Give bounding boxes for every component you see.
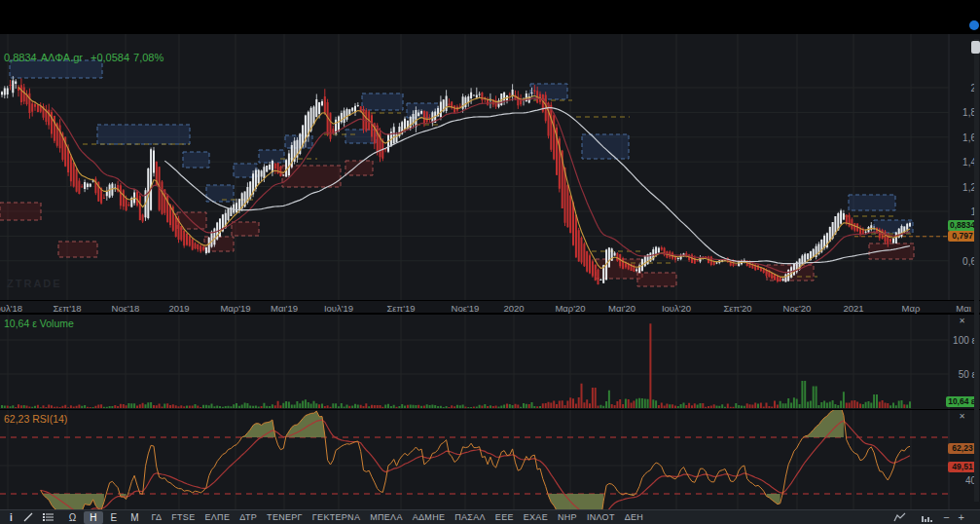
watchlist-icon[interactable]	[40, 511, 57, 524]
time-tick-label: Σεπ'20	[723, 303, 751, 314]
quote-change: +0,0584	[91, 52, 129, 63]
platform-watermark: ZTRADE	[7, 278, 62, 289]
timeframe-group: ΩΗΕΜ	[63, 511, 145, 524]
ticker-button[interactable]: ΔΕΗ	[620, 511, 648, 523]
rsi-panel: 62,23 RSI(14) ✕ 62,23 49,51 40	[0, 409, 980, 509]
volume-panel: 10,64 ε Volume ✕ 100 ε50 ε 10,64 ε	[0, 314, 980, 409]
toolbar-left-icons: i	[4, 511, 57, 524]
rsi-signal-badge: 49,51	[948, 462, 977, 472]
time-tick-label: 2020	[503, 303, 524, 314]
timeframe-button-Ω[interactable]: Ω	[63, 511, 82, 524]
timeframe-button-Μ[interactable]: Μ	[125, 511, 144, 524]
time-tick-label: Μαρ	[902, 303, 921, 314]
volume-chart-canvas[interactable]	[0, 315, 980, 410]
price-chart-canvas[interactable]	[0, 34, 980, 300]
time-tick-label: 2019	[168, 303, 189, 314]
zoom-in-button[interactable]: +	[959, 512, 964, 523]
time-tick-label: Μαι'20	[608, 303, 635, 314]
ticker-button[interactable]: ΤΕΝΕΡΓ	[262, 511, 308, 523]
ticker-button[interactable]: ΕΧΑΕ	[519, 511, 553, 523]
time-axis[interactable]: Ιουλ'18Σεπ'18Νοε'182019Μαρ'19Μαι'19Ιουλ'…	[0, 300, 980, 314]
quote-last-price: 0,8834	[4, 52, 37, 63]
time-tick-label: Ιουλ'18	[0, 303, 22, 314]
time-tick-label: Μαρ'20	[555, 303, 585, 314]
quote-symbol[interactable]: ΑΛΦΑ.gr	[41, 52, 83, 63]
ticker-button[interactable]: FTSE	[166, 511, 200, 523]
ticker-button[interactable]: ΕΛΠΕ	[200, 511, 235, 523]
quote-line: 0,8834ΑΛΦΑ.gr+0,05847,08%	[4, 52, 167, 63]
draw-tool-icon[interactable]	[20, 511, 38, 524]
info-icon[interactable]: i	[4, 512, 18, 523]
volume-tick-label: 100 ε	[953, 335, 976, 346]
toolbar-right-icons: −+	[890, 511, 964, 524]
time-tick-label: Νοε'20	[783, 303, 812, 314]
volume-close-icon[interactable]: ✕	[959, 318, 965, 325]
right-scrollbar-track[interactable]	[974, 39, 979, 502]
time-tick-label: Νοε'19	[452, 303, 480, 314]
ticker-button[interactable]: ΕΕΕ	[490, 511, 519, 523]
ticker-list: ΓΔFTSEΕΛΠΕΔΤΡΤΕΝΕΡΓΓΕΚΤΕΡΝΑΜΠΕΛΑΑΔΜΗΕΠΑΣ…	[147, 511, 649, 523]
ticker-button[interactable]: ΔΤΡ	[235, 511, 262, 523]
ticker-button[interactable]: ΜΠΕΛΑ	[365, 511, 408, 523]
time-tick-label: Μαι'19	[271, 303, 298, 314]
ticker-button[interactable]: ΓΕΚΤΕΡΝΑ	[308, 511, 365, 523]
time-tick-label: Νοε'18	[112, 303, 140, 314]
price-panel: 0,8834ΑΛΦΑ.gr+0,05847,08% ZTRADE 21,81,6…	[0, 34, 980, 300]
ticker-button[interactable]: ΙΝΛΟΤ	[582, 511, 620, 523]
time-tick-label: Ιουλ'19	[324, 303, 353, 314]
time-tick-label: Σεπ'19	[386, 303, 415, 314]
ticker-button[interactable]: ΝΗΡ	[553, 511, 582, 523]
bottom-toolbar: i ΩΗΕΜ ΓΔFTSEΕΛΠΕΔΤΡΤΕΝΕΡΓΓΕΚΤΕΡΝΑΜΠΕΛΑΑ…	[0, 509, 980, 524]
time-tick-label: Μαρ'19	[220, 303, 250, 314]
rsi-indicator-label[interactable]: 62,23 RSI(14)	[4, 413, 67, 425]
right-scrollbar-thumb[interactable]	[971, 41, 980, 54]
ticker-button[interactable]: ΑΔΜΗΕ	[408, 511, 451, 523]
rsi-chart-canvas[interactable]	[0, 410, 980, 510]
ticker-button[interactable]: ΠΑΣΑΛ	[450, 511, 490, 523]
time-tick-label: 2021	[843, 303, 863, 314]
trading-terminal: 0,8834ΑΛΦΑ.gr+0,05847,08% ZTRADE 21,81,6…	[0, 0, 980, 524]
prev-close-badge: 0,797	[948, 231, 977, 242]
ticker-button[interactable]: ΓΔ	[147, 511, 167, 523]
rsi-value-badge: 62,23	[948, 443, 977, 454]
time-tick-label: Ιουλ'20	[662, 303, 691, 314]
chart-type-icon[interactable]	[890, 511, 908, 524]
volume-indicator-label[interactable]: 10,64 ε Volume	[4, 318, 74, 329]
last-price-badge: 0,8834	[948, 220, 977, 231]
alert-dot-icon[interactable]	[969, 20, 979, 30]
zoom-out-button[interactable]: −	[943, 512, 949, 523]
volume-indicator-icon[interactable]	[917, 511, 934, 524]
volume-value-badge: 10,64 ε	[946, 396, 977, 407]
time-tick-label: Σεπ'18	[53, 303, 81, 314]
timeframe-button-Η[interactable]: Η	[84, 511, 102, 524]
timeframe-button-Ε[interactable]: Ε	[105, 511, 124, 524]
time-tick-label: Μαι	[956, 303, 971, 314]
quote-change-pct: 7,08%	[133, 52, 163, 63]
rsi-close-icon[interactable]: ✕	[959, 413, 965, 421]
